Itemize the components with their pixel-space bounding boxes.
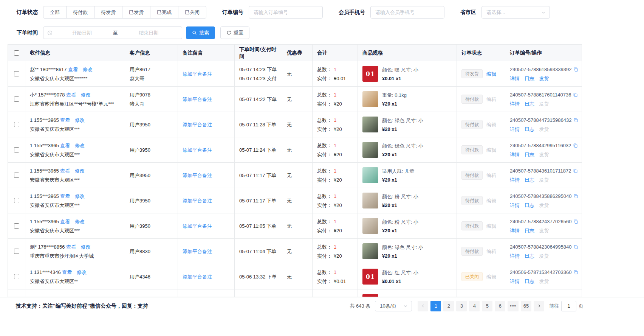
- modify-link[interactable]: 修改: [75, 117, 85, 123]
- copy-icon[interactable]: [573, 143, 578, 148]
- log-link[interactable]: 日志: [525, 126, 534, 132]
- copy-icon[interactable]: [573, 92, 578, 97]
- page-5-button[interactable]: 5: [482, 301, 492, 311]
- page-size-select[interactable]: 10条/页: [375, 301, 412, 311]
- region-select[interactable]: 请选择...: [481, 6, 550, 19]
- page-6-button[interactable]: 6: [495, 301, 505, 311]
- product-image[interactable]: 01: [362, 66, 378, 82]
- detail-link[interactable]: 详情: [510, 126, 520, 132]
- ship-link[interactable]: 发货: [539, 152, 549, 157]
- detail-link[interactable]: 详情: [510, 101, 520, 107]
- add-note-link[interactable]: 添加平台备注: [183, 223, 212, 229]
- ship-link[interactable]: 发货: [539, 76, 549, 81]
- copy-icon[interactable]: [573, 244, 578, 249]
- add-note-link[interactable]: 添加平台备注: [183, 249, 212, 254]
- view-link[interactable]: 查看: [60, 117, 70, 123]
- next-page-button[interactable]: [534, 301, 544, 311]
- add-note-link[interactable]: 添加平台备注: [183, 198, 212, 204]
- row-checkbox[interactable]: [14, 274, 19, 279]
- detail-link[interactable]: 详情: [510, 76, 520, 81]
- view-link[interactable]: 查看: [60, 168, 70, 174]
- row-checkbox[interactable]: [14, 96, 19, 102]
- view-link[interactable]: 查看: [66, 92, 76, 98]
- status-filter-option-0[interactable]: 全部: [43, 6, 67, 19]
- modify-link[interactable]: 修改: [75, 193, 85, 199]
- edit-link[interactable]: 编辑: [486, 222, 496, 230]
- edit-link[interactable]: 编辑: [486, 146, 496, 154]
- row-checkbox[interactable]: [14, 122, 19, 127]
- ship-link[interactable]: 发货: [539, 101, 549, 107]
- log-link[interactable]: 日志: [525, 76, 534, 81]
- detail-link[interactable]: 详情: [510, 253, 520, 259]
- row-checkbox[interactable]: [14, 173, 19, 178]
- add-note-link[interactable]: 添加平台备注: [183, 96, 212, 102]
- row-checkbox[interactable]: [14, 223, 19, 229]
- more-pages-button[interactable]: •••: [508, 301, 519, 311]
- add-note-link[interactable]: 添加平台备注: [183, 147, 212, 153]
- ship-link[interactable]: 发货: [539, 202, 549, 208]
- status-filter-option-1[interactable]: 待付款: [66, 6, 94, 19]
- detail-link[interactable]: 详情: [510, 202, 520, 208]
- phone-input[interactable]: [370, 6, 444, 19]
- modify-link[interactable]: 修改: [75, 219, 85, 224]
- reset-button[interactable]: 重置: [220, 26, 249, 39]
- edit-link[interactable]: 编辑: [486, 121, 496, 129]
- ship-link[interactable]: 发货: [539, 228, 549, 233]
- view-link[interactable]: 查看: [62, 269, 72, 275]
- end-date-input[interactable]: [119, 30, 178, 36]
- search-button[interactable]: 搜索: [186, 26, 215, 39]
- status-filter-option-2[interactable]: 待发货: [94, 6, 122, 19]
- detail-link[interactable]: 详情: [510, 278, 520, 284]
- product-image[interactable]: [362, 193, 378, 208]
- row-checkbox[interactable]: [14, 249, 19, 254]
- copy-icon[interactable]: [573, 67, 578, 72]
- detail-link[interactable]: 详情: [510, 152, 520, 157]
- ship-link[interactable]: 发货: [539, 177, 549, 183]
- product-image[interactable]: [362, 243, 378, 259]
- log-link[interactable]: 日志: [525, 177, 534, 183]
- status-filter-option-4[interactable]: 已完成: [150, 6, 178, 19]
- row-checkbox[interactable]: [14, 198, 19, 203]
- start-date-input[interactable]: [53, 30, 111, 36]
- ship-link[interactable]: 发货: [539, 278, 549, 284]
- detail-link[interactable]: 详情: [510, 228, 520, 233]
- product-image[interactable]: 01: [362, 294, 378, 297]
- detail-link[interactable]: 详情: [510, 177, 520, 183]
- row-checkbox[interactable]: [14, 147, 19, 152]
- copy-icon[interactable]: [573, 270, 578, 275]
- view-link[interactable]: 查看: [60, 143, 70, 148]
- log-link[interactable]: 日志: [525, 228, 534, 233]
- add-note-link[interactable]: 添加平台备注: [183, 274, 212, 280]
- add-note-link[interactable]: 添加平台备注: [183, 173, 212, 178]
- edit-link[interactable]: 编辑: [486, 95, 496, 103]
- modify-link[interactable]: 修改: [75, 168, 85, 174]
- goto-page-input[interactable]: [561, 301, 576, 311]
- prev-page-button[interactable]: [418, 301, 428, 311]
- page-4-button[interactable]: 4: [469, 301, 480, 311]
- row-checkbox[interactable]: [14, 71, 19, 76]
- modify-link[interactable]: 修改: [81, 244, 91, 250]
- copy-icon[interactable]: [573, 118, 578, 123]
- log-link[interactable]: 日志: [525, 101, 534, 107]
- edit-link[interactable]: 编辑: [486, 247, 496, 255]
- modify-link[interactable]: 修改: [83, 67, 93, 72]
- product-image[interactable]: [362, 117, 378, 132]
- page-65-button[interactable]: 65: [521, 301, 531, 311]
- log-link[interactable]: 日志: [525, 202, 534, 208]
- add-note-link[interactable]: 添加平台备注: [183, 122, 212, 128]
- add-note-link[interactable]: 添加平台备注: [183, 71, 212, 77]
- product-image[interactable]: 01: [362, 269, 378, 285]
- page-3-button[interactable]: 3: [456, 301, 467, 311]
- product-image[interactable]: [362, 218, 378, 234]
- page-2-button[interactable]: 2: [443, 301, 454, 311]
- modify-link[interactable]: 修改: [81, 92, 91, 98]
- product-image[interactable]: [362, 142, 378, 158]
- order-no-input[interactable]: [249, 6, 323, 19]
- view-link[interactable]: 查看: [68, 67, 78, 72]
- copy-icon[interactable]: [573, 168, 578, 173]
- edit-link[interactable]: 编辑: [486, 273, 496, 281]
- view-link[interactable]: 查看: [60, 219, 70, 224]
- view-link[interactable]: 查看: [60, 193, 70, 199]
- ship-link[interactable]: 发货: [539, 126, 549, 132]
- date-range-picker[interactable]: 至: [43, 26, 182, 39]
